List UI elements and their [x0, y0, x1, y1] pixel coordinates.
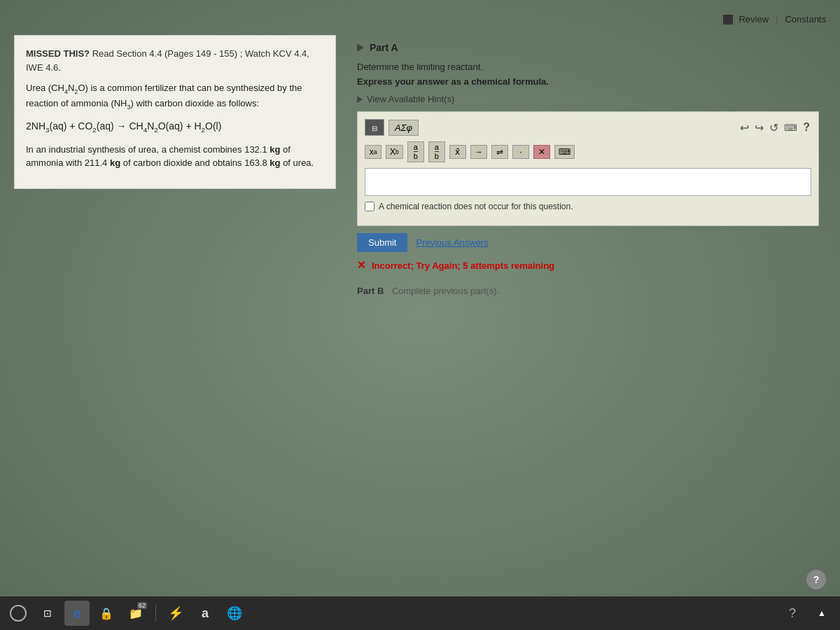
redo-btn[interactable]: ↪	[753, 120, 765, 136]
incorrect-x-icon: ✕	[357, 259, 366, 272]
refresh-btn[interactable]: ↺	[768, 120, 780, 136]
taskbar-explorer-icon[interactable]: 📁 62	[123, 601, 148, 626]
view-hint[interactable]: View Available Hint(s)	[357, 94, 819, 104]
taskbar-question-icon: ?	[789, 606, 796, 621]
help-question-btn[interactable]: ?	[802, 120, 811, 136]
overline-btn[interactable]: x̄	[449, 145, 466, 159]
taskbar-edge-icon[interactable]: e	[64, 601, 90, 626]
right-panel: Part A Determine the limiting reactant. …	[350, 35, 826, 303]
taskbar-divider	[155, 605, 156, 622]
view-hint-label[interactable]: View Available Hint(s)	[367, 94, 454, 104]
chevron-up-icon: ▲	[818, 608, 826, 618]
fraction-btn[interactable]: ab	[407, 141, 424, 162]
missed-this-header: MISSED THIS? Read Section 4.4 (Pages 149…	[26, 47, 324, 74]
answer-box: ⊟ AΣφ ↩ ↪ ↺ ⌨ ? xa Xb ab ab x̄ → ⇌ ·	[357, 111, 819, 226]
help-icon[interactable]: ?	[806, 570, 826, 589]
undo-redo-group: ↩ ↪ ↺ ⌨ ?	[738, 120, 811, 136]
part-a-section: Part A	[357, 42, 819, 53]
taskbar-help-icon[interactable]: ?	[780, 601, 805, 626]
lightning-icon: ⚡	[168, 606, 183, 621]
submit-row: Submit Previous Answers	[357, 233, 819, 252]
question-line2: Express your answer as a chemical formul…	[357, 76, 819, 87]
submit-button[interactable]: Submit	[357, 233, 407, 252]
missed-this-bold: MISSED THIS?	[26, 48, 90, 59]
taskbar-chevron-up-icon[interactable]: ▲	[809, 601, 834, 626]
no-reaction-row: A chemical reaction does not occur for t…	[365, 202, 811, 211]
intro-text: Urea (CH4N2O) is a common fertilizer tha…	[26, 81, 324, 112]
constants-link[interactable]: Constants	[785, 14, 826, 24]
file-count-badge: 62	[137, 602, 147, 609]
top-right-nav: Review | Constants	[723, 14, 826, 24]
left-panel: MISSED THIS? Read Section 4.4 (Pages 149…	[14, 35, 336, 189]
subscript-btn[interactable]: Xb	[386, 145, 403, 159]
taskview-icon: ⊡	[43, 608, 52, 619]
keypad-btn[interactable]: ⌨	[554, 145, 575, 159]
reaction-equation: 2NH3(aq) + CO2(aq) → CH4N2O(aq) + H2O(l)	[26, 119, 324, 135]
app-a-icon: a	[202, 606, 209, 621]
taskbar-anki-icon[interactable]: a	[192, 601, 218, 626]
previous-answers-link[interactable]: Previous Answers	[416, 237, 488, 248]
edge-browser-icon: e	[73, 606, 80, 622]
separator: |	[776, 14, 778, 24]
toolbar-math: xa Xb ab ab x̄ → ⇌ · ✕ ⌨	[365, 141, 811, 162]
taskbar-lightning-icon[interactable]: ⚡	[163, 601, 188, 626]
part-b-label: Part B	[357, 286, 384, 296]
part-b-section: Part B Complete previous part(s).	[357, 286, 819, 296]
formula-mode-btn[interactable]: ⊟	[365, 119, 384, 136]
answer-input-area[interactable]	[365, 168, 811, 196]
fraction-display-btn[interactable]: ab	[428, 141, 445, 162]
incorrect-message: Incorrect; Try Again; 5 attempts remaini…	[372, 260, 554, 271]
chrome-icon: 🌐	[227, 606, 242, 621]
dot-btn[interactable]: ·	[512, 145, 529, 159]
undo-btn[interactable]: ↩	[738, 120, 750, 136]
search-circle-icon	[10, 605, 27, 622]
delete-char-btn[interactable]: ✕	[533, 145, 550, 159]
taskbar-lock-icon[interactable]: 🔒	[94, 601, 119, 626]
toolbar-top: ⊟ AΣφ ↩ ↪ ↺ ⌨ ?	[365, 119, 811, 136]
detail-text: In an industrial synthesis of urea, a ch…	[26, 143, 324, 170]
review-link[interactable]: Review	[738, 14, 769, 24]
arrow-btn[interactable]: →	[470, 145, 487, 159]
question-line1: Determine the limiting reactant.	[357, 62, 819, 72]
taskbar-chrome-icon[interactable]: 🌐	[222, 601, 247, 626]
no-reaction-checkbox[interactable]	[365, 202, 374, 211]
part-a-label: Part A	[370, 42, 398, 53]
hint-arrow-icon	[357, 96, 363, 103]
part-b-text: Complete previous part(s).	[392, 286, 499, 296]
lock-icon: 🔒	[99, 607, 113, 620]
keyboard-icon-btn[interactable]: ⌨	[783, 120, 799, 136]
equilibrium-btn[interactable]: ⇌	[491, 145, 508, 159]
formula-btn[interactable]: AΣφ	[388, 120, 419, 136]
triangle-icon	[357, 43, 364, 52]
taskbar: ⊡ e 🔒 📁 62 ⚡ a 🌐 ? ▲	[0, 596, 840, 630]
review-icon	[723, 15, 733, 24]
incorrect-message-row: ✕ Incorrect; Try Again; 5 attempts remai…	[357, 259, 819, 272]
superscript-btn[interactable]: xa	[365, 145, 382, 159]
no-reaction-label: A chemical reaction does not occur for t…	[379, 202, 573, 211]
taskbar-search-icon[interactable]	[6, 601, 31, 626]
taskbar-taskview-icon[interactable]: ⊡	[35, 601, 60, 626]
